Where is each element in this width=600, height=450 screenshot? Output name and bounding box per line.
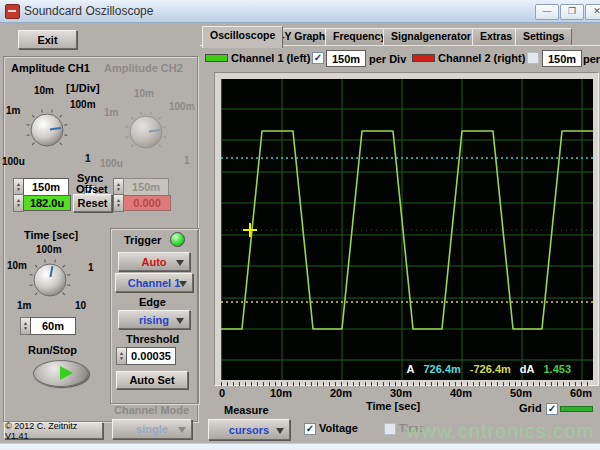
readout-da-value: 1.453 xyxy=(543,363,571,375)
maximize-button[interactable]: ❐ xyxy=(560,4,584,20)
voltage-label: Voltage xyxy=(319,422,358,434)
measure-mode-dropdown[interactable]: cursors xyxy=(208,419,290,440)
time-field[interactable]: 60m xyxy=(30,317,76,335)
ch2-knob-label-bottom-right: 1 xyxy=(184,155,190,166)
time-knob-label-bottom-right: 10 xyxy=(75,300,86,311)
trigger-title: Trigger xyxy=(124,234,161,246)
chevron-down-icon xyxy=(276,428,284,434)
ch2-amplitude-field[interactable]: 150m xyxy=(123,178,169,196)
tab-signalgenerator[interactable]: Signalgenerator xyxy=(383,28,479,45)
trigger-mode-value: Auto xyxy=(141,256,166,268)
tab-settings[interactable]: Settings xyxy=(515,28,572,45)
time-checkbox[interactable]: ✓ xyxy=(384,423,396,435)
channel1-perdiv-label: per Div xyxy=(369,53,406,65)
threshold-label: Threshold xyxy=(126,333,179,345)
ch1-knob-label-left: 1m xyxy=(6,105,20,116)
x-tick-2: 20m xyxy=(330,387,352,399)
grid-color-swatch xyxy=(560,406,593,412)
trigger-source-dropdown[interactable]: Channel 1 xyxy=(115,273,193,292)
edge-label: Edge xyxy=(139,296,166,308)
auto-set-button[interactable]: Auto Set xyxy=(116,371,188,389)
chevron-down-icon xyxy=(176,318,184,324)
ch2-knob-label-top: 10m xyxy=(134,88,154,99)
ch2-knob-label-right: 100m xyxy=(169,101,195,112)
chevron-down-icon xyxy=(176,260,184,266)
grid-label: Grid xyxy=(519,402,542,414)
cursor-readout: A 726.4m -726.4m dA 1.453 xyxy=(407,363,571,375)
x-tick-1: 10m xyxy=(270,387,292,399)
x-tick-0: 0 xyxy=(219,387,225,399)
minimize-button[interactable]: — xyxy=(535,4,559,20)
tab-extras[interactable]: Extras xyxy=(472,28,520,45)
chevron-down-icon xyxy=(179,281,187,287)
readout-upper-value: 726.4m xyxy=(424,363,461,375)
tab-oscilloscope[interactable]: Oscilloscope xyxy=(202,26,283,48)
trigger-edge-value: rising xyxy=(139,314,169,326)
amplitude-ch1-knob[interactable] xyxy=(23,106,71,158)
window-title: Soundcard Oszilloscope xyxy=(24,4,153,18)
trigger-source-value: Channel 1 xyxy=(128,277,181,289)
time-knob-label-left: 10m xyxy=(7,260,27,271)
ch1-knob-label-right: 100m xyxy=(70,99,96,110)
ch1-knob-label-top: 10m xyxy=(34,85,54,96)
time-knob[interactable] xyxy=(26,256,74,308)
offset-ch2-field[interactable]: 0.000 xyxy=(123,195,171,211)
readout-lower-value: -726.4m xyxy=(470,363,511,375)
title-bar[interactable]: Soundcard Oszilloscope — ❐ ✕ xyxy=(0,0,600,23)
measure-mode-value: cursors xyxy=(229,424,269,436)
x-axis-minor-ticks xyxy=(221,382,593,386)
offset-reset-button[interactable]: Reset xyxy=(73,194,112,212)
channel1-label: Channel 1 (left) xyxy=(231,52,310,64)
chevron-down-icon xyxy=(178,427,186,433)
readout-da-label: dA xyxy=(520,363,535,375)
x-tick-6: 60m xyxy=(570,387,592,399)
app-icon[interactable] xyxy=(5,4,20,19)
trigger-edge-dropdown[interactable]: rising xyxy=(118,310,190,329)
channel2-checkbox[interactable]: ✓ xyxy=(527,52,539,64)
channel1-perdiv-field[interactable]: 150m xyxy=(326,50,366,67)
offset-ch1-field[interactable]: 182.0u xyxy=(23,195,71,211)
x-axis-label: Time [sec] xyxy=(366,400,420,412)
amplitude-ch2-title: Amplitude CH2 xyxy=(104,62,183,74)
window-bottom-strip xyxy=(0,443,600,450)
time-title: Time [sec] xyxy=(24,229,78,241)
run-stop-label: Run/Stop xyxy=(28,344,77,356)
time-knob-label-right: 1 xyxy=(88,262,94,273)
channel-mode-dropdown[interactable]: single xyxy=(112,419,192,439)
readout-a-label: A xyxy=(407,363,415,375)
channel1-checkbox[interactable]: ✓ xyxy=(312,52,324,64)
channel1-color-swatch xyxy=(205,54,228,62)
trigger-mode-dropdown[interactable]: Auto xyxy=(118,252,190,271)
x-tick-5: 50m xyxy=(510,387,532,399)
watermark-text: www.cntronics.com xyxy=(406,420,594,443)
scope-canvas xyxy=(221,79,593,380)
measure-title: Measure xyxy=(224,404,269,416)
threshold-field[interactable]: 0.00035 xyxy=(126,347,176,365)
amplitude-ch2-knob[interactable] xyxy=(122,108,170,160)
grid-checkbox[interactable]: ✓ xyxy=(546,403,558,415)
channel2-label: Channel 2 (right) xyxy=(438,52,525,64)
channel2-perdiv-field[interactable]: 150m xyxy=(542,50,582,67)
play-icon xyxy=(60,366,73,380)
channel2-perdiv-label: per Div xyxy=(583,53,600,65)
ch1-amplitude-field[interactable]: 150m xyxy=(23,178,69,196)
voltage-checkbox[interactable]: ✓ xyxy=(304,423,316,435)
trigger-led xyxy=(170,232,185,247)
scope-plot: A 726.4m -726.4m dA 1.453 xyxy=(221,79,593,380)
exit-button[interactable]: Exit xyxy=(18,30,77,49)
x-tick-4: 40m xyxy=(450,387,472,399)
app-window: Soundcard Oszilloscope — ❐ ✕ Exit Amplit… xyxy=(0,0,600,450)
amplitude-unit-label: [1/Div] xyxy=(66,82,100,94)
x-tick-3: 30m xyxy=(390,387,412,399)
ch2-knob-label-bottom-left: 100u xyxy=(100,158,123,169)
tab-strip: Oscilloscope X-Y Graph Frequency Signalg… xyxy=(200,26,600,46)
ch1-knob-label-bottom-right: 1 xyxy=(85,153,91,164)
run-stop-button[interactable] xyxy=(33,360,89,387)
channel-mode-value: single xyxy=(136,423,168,435)
amplitude-ch1-title: Amplitude CH1 xyxy=(11,62,90,74)
copyright-bar: © 2012 C. Zeitnitz V1.41 xyxy=(4,422,103,439)
close-button[interactable]: ✕ xyxy=(585,4,600,20)
ch2-knob-label-left: 1m xyxy=(104,107,118,118)
time-knob-label-top: 100m xyxy=(36,244,62,255)
channel-mode-label: Channel Mode xyxy=(114,404,189,416)
